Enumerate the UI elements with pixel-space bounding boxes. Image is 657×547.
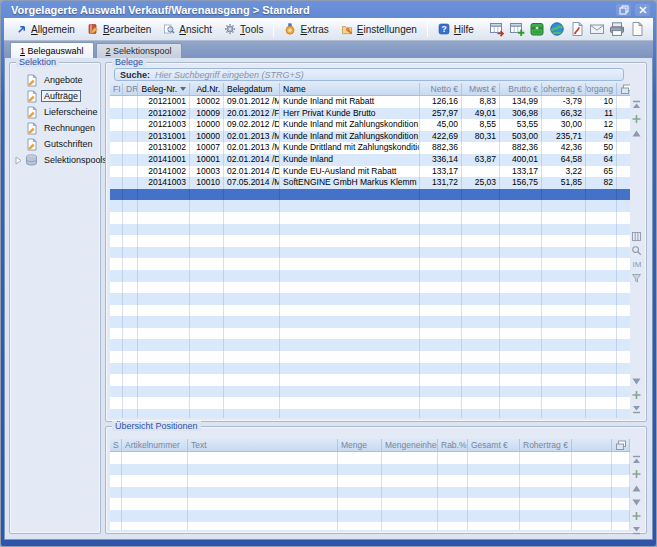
empty-row[interactable] <box>110 247 630 259</box>
selected-row[interactable] <box>110 189 630 201</box>
column-header-text[interactable]: Text <box>188 439 338 451</box>
globe-button[interactable] <box>547 20 567 39</box>
pdf-button[interactable] <box>567 20 587 39</box>
tab-1-belegauswahl[interactable]: 1 Belegauswahl <box>10 42 94 58</box>
menu-tools[interactable]: Tools <box>218 21 269 37</box>
column-header-ad-nr[interactable]: Ad.Nr. <box>190 83 224 95</box>
column-header-rohertrag[interactable]: Rohertrag € <box>520 439 572 451</box>
empty-row[interactable] <box>110 351 630 363</box>
column-header-artikelnummer[interactable]: Artikelnummer <box>122 439 188 451</box>
column-settings-button[interactable] <box>630 230 643 242</box>
empty-row[interactable] <box>110 258 630 270</box>
empty-row[interactable] <box>110 464 630 476</box>
move-up-button[interactable] <box>630 127 643 139</box>
append-row-button[interactable] <box>630 510 643 522</box>
empty-row[interactable] <box>110 452 630 464</box>
insert-row-button[interactable] <box>630 468 643 480</box>
column-header-s[interactable]: S <box>110 439 122 451</box>
column-header-dr[interactable]: DR <box>123 83 138 95</box>
menu-hilfe[interactable]: ?Hilfe <box>432 21 480 37</box>
table-row[interactable]: 201410011000102.01.2014 /DoKunde Inland3… <box>110 154 630 166</box>
column-header-name[interactable]: Name <box>280 83 420 95</box>
empty-row[interactable] <box>110 282 630 294</box>
search-zoom-button[interactable] <box>630 244 643 256</box>
column-header-netto[interactable]: Netto € <box>420 83 462 95</box>
table-export-button[interactable] <box>487 20 507 39</box>
empty-row[interactable] <box>110 305 630 317</box>
empty-row[interactable] <box>110 475 630 487</box>
column-header-rab[interactable]: Rab.% <box>438 439 468 451</box>
tree-item-angebote[interactable]: Angebote <box>12 72 98 88</box>
table-add-button[interactable] <box>507 20 527 39</box>
empty-row[interactable] <box>110 409 630 418</box>
column-header-vorgang[interactable]: Vorgang <box>586 83 617 95</box>
column-header-fi[interactable]: FI <box>110 83 123 95</box>
scroll-bottom-button[interactable] <box>630 403 643 415</box>
empty-row[interactable] <box>110 316 630 328</box>
filter-button[interactable] <box>630 272 643 284</box>
restore-button[interactable] <box>616 4 631 16</box>
table-row[interactable]: 201210031000009.02.2012 /DoKunde Inland … <box>110 119 630 131</box>
close-button[interactable] <box>635 4 650 16</box>
empty-row[interactable] <box>110 270 630 282</box>
empty-row[interactable] <box>110 235 630 247</box>
scroll-top-button[interactable] <box>630 454 643 466</box>
move-down-button[interactable] <box>630 375 643 387</box>
menu-extras[interactable]: Extras <box>278 21 334 37</box>
column-header-belegdatum[interactable]: Belegdatum <box>224 83 280 95</box>
tab-2-selektionspool[interactable]: 2 Selektionspool <box>96 43 182 58</box>
info-module-button[interactable]: IM <box>630 258 643 270</box>
menu-allgemein[interactable]: Allgemein <box>10 22 81 37</box>
move-up-button[interactable] <box>630 482 643 494</box>
empty-row[interactable] <box>110 293 630 305</box>
tree-item-selektionspools[interactable]: Selektionspools <box>12 152 98 168</box>
column-header-mwst[interactable]: Mwst € <box>462 83 500 95</box>
table-row[interactable]: 201310011000002.01.2013 /MiKunde Inland … <box>110 131 630 143</box>
mail-button[interactable] <box>587 20 607 39</box>
move-down-button[interactable] <box>630 496 643 508</box>
insert-row-button[interactable] <box>630 113 643 125</box>
scroll-bottom-button[interactable] <box>630 524 643 536</box>
empty-row[interactable] <box>110 212 630 224</box>
column-header-gesamt[interactable]: Gesamt € <box>468 439 520 451</box>
tree-item-lieferscheine[interactable]: Lieferscheine <box>12 104 98 120</box>
column-header-beleg-nr[interactable]: Beleg-Nr. <box>138 83 190 95</box>
copy-window-icon[interactable] <box>615 440 627 451</box>
archive-button[interactable] <box>527 20 547 39</box>
table-row[interactable]: 201410021000302.01.2014 /DoKunde EU-Ausl… <box>110 166 630 178</box>
empty-row[interactable] <box>110 397 630 409</box>
table-row[interactable]: 201410031001007.05.2014 /MiSoftENGINE Gm… <box>110 177 630 189</box>
empty-row[interactable] <box>110 328 630 340</box>
empty-row[interactable] <box>110 522 630 530</box>
table-row[interactable]: 201210011000209.01.2012 /MoKunde Inland … <box>110 96 630 108</box>
empty-row[interactable] <box>110 498 630 510</box>
menu-bearbeiten[interactable]: Bearbeiten <box>81 21 157 37</box>
empty-row[interactable] <box>110 363 630 375</box>
scroll-top-button[interactable] <box>630 99 643 111</box>
append-row-button[interactable] <box>630 389 643 401</box>
print-button[interactable] <box>607 20 627 39</box>
table-row[interactable]: 201210021000920.01.2012 /FrHerr Privat K… <box>110 108 630 120</box>
empty-row[interactable] <box>110 487 630 499</box>
empty-row[interactable] <box>110 200 630 212</box>
menu-ansicht[interactable]: Ansicht <box>157 21 218 37</box>
empty-row[interactable] <box>110 386 630 398</box>
column-header-brutto[interactable]: Brutto € <box>500 83 542 95</box>
empty-row[interactable] <box>110 374 630 386</box>
new-document-button[interactable] <box>627 20 647 39</box>
column-header-rohertrag[interactable]: Rohertrag € <box>542 83 586 95</box>
column-header-mengeneinheit[interactable]: Mengeneinheit <box>382 439 438 451</box>
column-header-blank[interactable] <box>612 439 630 451</box>
table-row[interactable]: 201310021000702.01.2013 /MiKunde Drittla… <box>110 142 630 154</box>
menu-einstellungen[interactable]: Einstellungen <box>335 21 423 37</box>
search-bar[interactable]: Suche: <box>114 68 624 81</box>
column-header-blank[interactable] <box>572 439 612 451</box>
column-header-menge[interactable]: Menge <box>338 439 382 451</box>
tree-item-gutschriften[interactable]: Gutschriften <box>12 136 98 152</box>
search-input[interactable] <box>155 69 618 80</box>
tree-item-rechnungen[interactable]: Rechnungen <box>12 120 98 136</box>
empty-row[interactable] <box>110 224 630 236</box>
empty-row[interactable] <box>110 510 630 522</box>
empty-row[interactable] <box>110 339 630 351</box>
tree-item-auftrage[interactable]: Aufträge <box>12 88 98 104</box>
